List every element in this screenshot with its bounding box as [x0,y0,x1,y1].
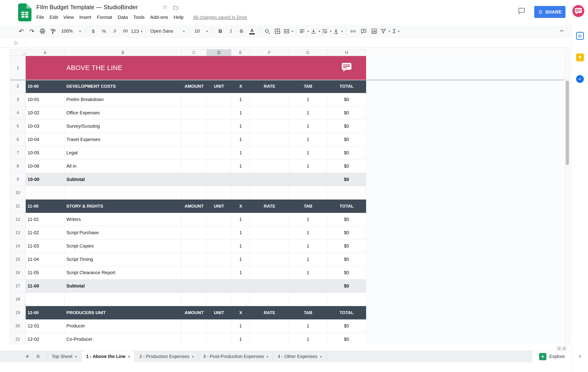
cell-F18[interactable] [250,293,289,306]
cell-G11[interactable]: TAB [289,200,327,213]
cell-E13[interactable]: 1 [231,226,250,239]
column-header-H[interactable]: H [327,49,366,56]
bold-button[interactable]: B [215,26,226,37]
zoom-select[interactable]: 100%▾ [58,26,84,37]
comment-history-icon[interactable] [518,7,525,16]
vertical-scrollbar[interactable] [565,49,570,344]
cell-B6[interactable]: Travel Expenses [64,133,181,146]
cell-A7[interactable]: 10-05 [26,146,64,160]
row-header-20[interactable]: 20 [10,320,26,333]
cell-C8[interactable] [181,160,207,173]
sheets-logo-icon[interactable] [18,3,32,21]
cell-H6[interactable]: $0 [327,133,366,146]
cell-A13[interactable]: 11-02 [26,226,64,239]
cell-C11[interactable]: AMOUNT [181,200,207,213]
menu-edit[interactable]: Edit [47,14,61,20]
cell-B16[interactable]: Script Clearance Report [64,266,181,279]
h-scroll-left-button[interactable]: ◂ [557,346,561,351]
cell-E16[interactable]: 1 [231,266,250,279]
cell-A19[interactable]: 12-00 [26,306,64,320]
cell-D17[interactable] [207,279,231,293]
cell-B3[interactable]: Prelim Breakdown [64,93,181,106]
menu-view[interactable]: View [61,14,76,20]
cell-A15[interactable]: 11-04 [26,253,64,266]
explore-button[interactable]: Explore [532,351,571,362]
strikethrough-button[interactable]: S [236,26,247,37]
cell-A8[interactable]: 10-06 [26,160,64,173]
cell-D16[interactable] [207,266,231,279]
horizontal-align-icon[interactable]: ▾ [298,26,310,37]
cell-H11[interactable]: TOTAL [327,200,366,213]
cell-G6[interactable]: 1 [289,133,327,146]
cell-E8[interactable]: 1 [231,160,250,173]
cell-A10[interactable] [26,186,64,200]
calendar-icon[interactable]: 31 [576,32,584,40]
cell-D5[interactable] [207,120,231,133]
row-header-14[interactable]: 14 [10,239,26,253]
cell-G2[interactable]: TAB [289,80,327,93]
merge-cells-icon[interactable]: ▾ [283,26,294,37]
cell-E9[interactable] [231,173,250,186]
cell-A12[interactable]: 11-01 [26,213,64,226]
row-header-8[interactable]: 8 [10,160,26,173]
cell-A9[interactable]: 10-00 [26,173,64,186]
sheet-tab-menu-icon[interactable]: ▾ [267,355,268,358]
cell-D1[interactable] [207,56,231,80]
cell-A6[interactable]: 10-04 [26,133,64,146]
cell-C13[interactable] [181,226,207,239]
cell-D20[interactable] [207,320,231,333]
cell-B4[interactable]: Office Expenses [64,106,181,120]
cell-F9[interactable] [250,173,289,186]
cell-B17[interactable]: Subtotal [64,279,181,293]
cell-H3[interactable]: $0 [327,93,366,106]
cell-E15[interactable]: 1 [231,253,250,266]
cell-E10[interactable] [231,186,250,200]
font-select[interactable]: Open Sans▾ [147,26,188,37]
row-header-3[interactable]: 3 [10,93,26,106]
increase-decimal-button[interactable]: .00 [120,26,130,37]
cell-H13[interactable]: $0 [327,226,366,239]
cell-E4[interactable]: 1 [231,106,250,120]
insert-link-icon[interactable] [348,26,358,37]
cell-A2[interactable]: 10-00 [26,80,64,93]
cell-F15[interactable] [250,253,289,266]
column-header-E[interactable]: E [231,49,250,56]
cell-D13[interactable] [207,226,231,239]
cell-E19[interactable]: X [231,306,250,320]
cell-C17[interactable] [181,279,207,293]
cell-E18[interactable] [231,293,250,306]
cell-B15[interactable]: Script Timing [64,253,181,266]
row-header-21[interactable]: 21 [10,333,26,344]
cell-E7[interactable]: 1 [231,146,250,160]
cell-B12[interactable]: Writers [64,213,181,226]
insert-chart-icon[interactable] [369,26,379,37]
print-icon[interactable] [37,26,48,37]
cell-C14[interactable] [181,239,207,253]
cell-H2[interactable]: TOTAL [327,80,366,93]
cell-H18[interactable] [327,293,366,306]
cell-G16[interactable]: 1 [289,266,327,279]
vertical-scrollbar-thumb[interactable] [566,81,569,165]
cell-C21[interactable] [181,333,207,344]
vertical-align-icon[interactable]: ▾ [310,26,321,37]
row-header-12[interactable]: 12 [10,213,26,226]
cell-C5[interactable] [181,120,207,133]
cell-D19[interactable]: UNIT [207,306,231,320]
row-header-13[interactable]: 13 [10,226,26,239]
column-header-B[interactable]: B [64,49,181,56]
cell-H1[interactable] [327,56,366,80]
cell-D11[interactable]: UNIT [207,200,231,213]
cell-A14[interactable]: 11-03 [26,239,64,253]
cell-E20[interactable]: 1 [231,320,250,333]
column-header-C[interactable]: C [181,49,207,56]
cell-E1[interactable] [231,56,250,80]
cell-B19[interactable]: PRODUCERS UNIT [64,306,181,320]
cell-C9[interactable] [181,173,207,186]
cell-A5[interactable]: 10-03 [26,120,64,133]
menu-file[interactable]: File [33,14,47,20]
cell-B14[interactable]: Script Copies [64,239,181,253]
cell-C1[interactable] [181,56,207,80]
cell-H21[interactable]: $0 [327,333,366,344]
cell-C15[interactable] [181,253,207,266]
row-header-7[interactable]: 7 [10,146,26,160]
